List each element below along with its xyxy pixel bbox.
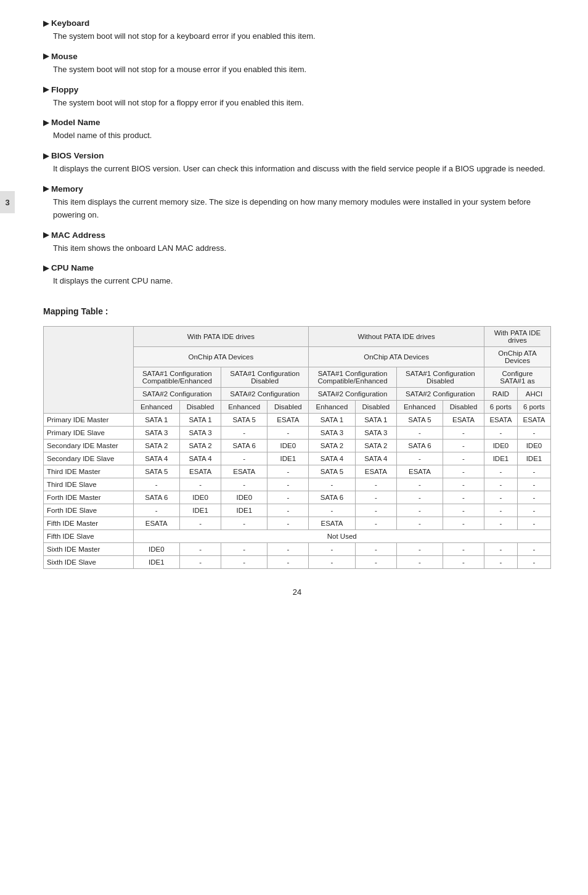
section-body-mac-address: This item shows the onboard LAN MAC addr… — [43, 242, 551, 255]
table-row: Forth IDE MasterSATA 6IDE0IDE0-SATA 6---… — [44, 491, 551, 504]
enh-3: Enhanced — [309, 401, 356, 414]
table-cell: - — [484, 478, 517, 491]
table-cell: - — [133, 504, 180, 517]
sata1-compat-1: SATA#1 ConfigurationCompatible/Enhanced — [133, 367, 221, 388]
table-cell: - — [180, 556, 221, 569]
table-cell: IDE0 — [133, 543, 180, 556]
table-cell: - — [396, 504, 443, 517]
dis-2: Disabled — [267, 401, 309, 414]
table-cell: SATA 4 — [355, 452, 396, 465]
row-label: Forth IDE Slave — [44, 504, 134, 517]
section-title-floppy: ▶ Floppy — [43, 85, 551, 94]
table-cell: - — [133, 478, 180, 491]
enh-2: Enhanced — [221, 401, 267, 414]
table-cell: SATA 5 — [221, 414, 267, 427]
table-cell: - — [267, 478, 309, 491]
table-cell: SATA 4 — [309, 452, 356, 465]
table-cell: - — [517, 465, 550, 478]
table-cell: - — [180, 543, 221, 556]
arrow-icon-mouse: ▶ — [43, 52, 49, 60]
row-label: Third IDE Master — [44, 465, 134, 478]
table-row: Primary IDE MasterSATA 1SATA 1SATA 5ESAT… — [44, 414, 551, 427]
header-with-pata: With PATA IDE drives — [133, 327, 309, 347]
section-body-bios-version: It displays the current BIOS version. Us… — [43, 163, 551, 176]
sata2-conf-2: SATA#2 Configuration — [221, 388, 309, 401]
table-cell: IDE0 — [180, 491, 221, 504]
table-cell: - — [396, 556, 443, 569]
table-cell: - — [309, 478, 356, 491]
section-body-floppy: The system boot will not stop for a flop… — [43, 97, 551, 110]
table-cell: SATA 3 — [133, 427, 180, 439]
row-label: Fifth IDE Slave — [44, 530, 134, 543]
table-cell: ESATA — [484, 414, 517, 427]
section-model-name: ▶ Model NameModel name of this product. — [43, 118, 551, 142]
table-cell: SATA 3 — [309, 427, 356, 439]
table-cell: SATA 6 — [309, 491, 356, 504]
table-cell: ESATA — [396, 465, 443, 478]
section-body-cpu-name: It displays the current CPU name. — [43, 275, 551, 288]
table-cell: - — [267, 543, 309, 556]
section-memory: ▶ MemoryThis item displays the current m… — [43, 184, 551, 222]
ahci-header: AHCI — [517, 388, 550, 401]
mapping-table-container: With PATA IDE drives Without PATA IDE dr… — [43, 326, 551, 569]
row-label: Forth IDE Master — [44, 491, 134, 504]
table-cell: - — [267, 427, 309, 439]
section-body-keyboard: The system boot will not stop for a keyb… — [43, 30, 551, 43]
dis-3: Disabled — [355, 401, 396, 414]
table-cell: - — [396, 452, 443, 465]
table-cell: SATA 6 — [133, 491, 180, 504]
page-number: 24 — [43, 587, 551, 597]
row-label: Secondary IDE Master — [44, 439, 134, 452]
6ports-2: 6 ports — [517, 401, 550, 414]
section-title-mouse: ▶ Mouse — [43, 52, 551, 61]
table-cell: - — [355, 491, 396, 504]
onchip-2: OnChip ATA Devices — [309, 347, 484, 367]
table-cell: SATA 1 — [133, 414, 180, 427]
section-body-memory: This item displays the current memory si… — [43, 196, 551, 222]
table-cell: - — [484, 517, 517, 530]
arrow-icon-mac-address: ▶ — [43, 231, 49, 239]
enh-1: Enhanced — [133, 401, 180, 414]
table-cell: - — [355, 478, 396, 491]
table-cell: - — [443, 491, 484, 504]
mapping-table-title: Mapping Table : — [43, 306, 551, 316]
table-cell: SATA 5 — [309, 465, 356, 478]
table-cell: SATA 6 — [221, 439, 267, 452]
section-mouse: ▶ MouseThe system boot will not stop for… — [43, 52, 551, 76]
table-row: Sixth IDE SlaveIDE1--------- — [44, 556, 551, 569]
sata1-disabled-2: SATA#1 ConfigurationDisabled — [396, 367, 484, 388]
table-cell: - — [443, 465, 484, 478]
dis-1: Disabled — [180, 401, 221, 414]
section-title-text-model-name: Model Name — [51, 118, 100, 127]
section-title-text-memory: Memory — [51, 184, 83, 194]
arrow-icon-cpu-name: ▶ — [43, 264, 49, 272]
table-cell: - — [484, 504, 517, 517]
sata2-conf-1: SATA#2 Configuration — [133, 388, 221, 401]
table-cell: - — [517, 427, 550, 439]
table-cell: - — [180, 517, 221, 530]
table-cell: ESATA — [267, 414, 309, 427]
table-cell: ESATA — [443, 414, 484, 427]
table-cell: IDE1 — [484, 452, 517, 465]
table-cell: - — [443, 478, 484, 491]
table-row: Sixth IDE MasterIDE0--------- — [44, 543, 551, 556]
table-row: Fifth IDE SlaveNot Used — [44, 530, 551, 543]
table-cell: - — [517, 478, 550, 491]
section-title-keyboard: ▶ Keyboard — [43, 18, 551, 28]
mapping-table: With PATA IDE drives Without PATA IDE dr… — [43, 326, 551, 569]
sections-container: ▶ KeyboardThe system boot will not stop … — [43, 18, 551, 288]
table-cell: - — [443, 439, 484, 452]
sata1-compat-2: SATA#1 ConfigurationCompatible/Enhanced — [309, 367, 397, 388]
6ports-1: 6 ports — [484, 401, 517, 414]
arrow-icon-bios-version: ▶ — [43, 152, 49, 160]
table-cell: SATA 5 — [133, 465, 180, 478]
section-mac-address: ▶ MAC AddressThis item shows the onboard… — [43, 231, 551, 255]
section-title-mac-address: ▶ MAC Address — [43, 231, 551, 240]
table-cell: SATA 3 — [355, 427, 396, 439]
table-cell: - — [355, 556, 396, 569]
table-cell: - — [221, 478, 267, 491]
table-cell: - — [484, 543, 517, 556]
table-cell: - — [484, 556, 517, 569]
table-cell: - — [517, 556, 550, 569]
table-cell: - — [396, 478, 443, 491]
